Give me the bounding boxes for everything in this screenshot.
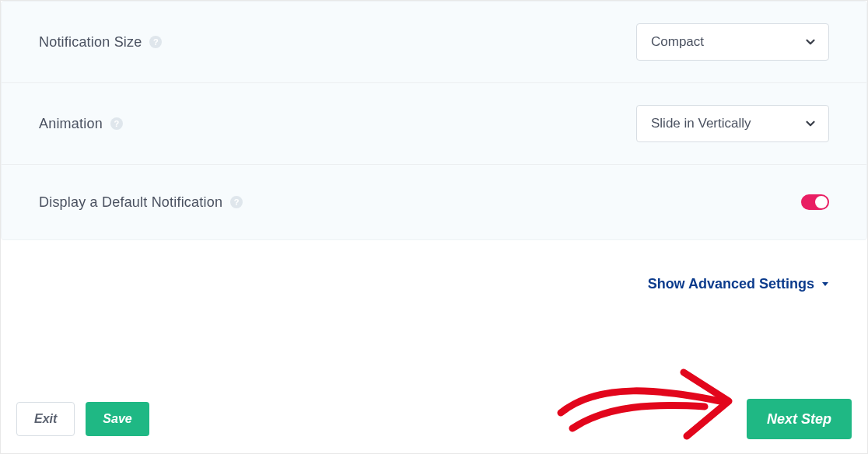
select-value: Compact xyxy=(651,34,704,50)
label-animation: Animation xyxy=(39,116,103,132)
svg-marker-0 xyxy=(822,282,828,286)
chevron-down-icon xyxy=(803,35,817,49)
caret-down-icon xyxy=(821,276,830,292)
toggle-default-notification[interactable] xyxy=(801,194,829,210)
select-value: Slide in Vertically xyxy=(651,116,751,131)
show-advanced-settings-link[interactable]: Show Advanced Settings xyxy=(19,271,849,292)
help-icon[interactable]: ? xyxy=(230,196,243,208)
label-wrap: Animation ? xyxy=(39,116,123,132)
save-button[interactable]: Save xyxy=(86,402,149,436)
help-icon[interactable]: ? xyxy=(110,117,123,130)
row-default-notification: Display a Default Notification ? xyxy=(2,165,866,239)
exit-button[interactable]: Exit xyxy=(16,402,75,436)
chevron-down-icon xyxy=(803,117,817,131)
below-panel: Show Advanced Settings xyxy=(1,240,867,292)
footer-bar: Exit Save Next Step xyxy=(1,385,867,453)
footer-left: Exit Save xyxy=(16,402,149,436)
help-icon[interactable]: ? xyxy=(149,36,162,48)
label-wrap: Notification Size ? xyxy=(39,34,162,51)
label-wrap: Display a Default Notification ? xyxy=(39,194,243,211)
label-default-notification: Display a Default Notification xyxy=(39,194,222,211)
next-step-button[interactable]: Next Step xyxy=(747,399,852,439)
label-notification-size: Notification Size xyxy=(39,34,142,51)
row-animation: Animation ? Slide in Vertically xyxy=(2,83,866,165)
advanced-link-text: Show Advanced Settings xyxy=(648,276,814,292)
settings-panel: Notification Size ? Compact Animation ? … xyxy=(1,1,867,240)
select-notification-size[interactable]: Compact xyxy=(636,23,829,61)
row-notification-size: Notification Size ? Compact xyxy=(2,2,866,83)
select-animation[interactable]: Slide in Vertically xyxy=(636,105,829,142)
